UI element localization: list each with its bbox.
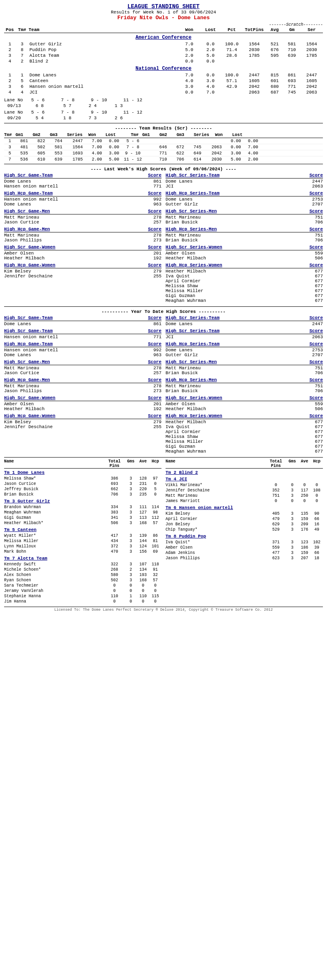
score-section-header: High Scr Series-MenScore — [166, 209, 323, 214]
score-section-header: High Scr Series-TeamScore — [166, 328, 323, 334]
score-entry: Dome Lanes2753 — [166, 197, 323, 202]
score-section-header: High Hcp Series-MenScore — [166, 377, 323, 383]
player-team-header: Tm 4 JCI — [166, 477, 323, 482]
score-entry: Melissa Shaw677 — [166, 284, 323, 288]
player-row: Lynn Mailloux3723124101 — [4, 544, 161, 549]
page-title: LEAGUE STANDING SHEET — [4, 3, 323, 10]
standings-row: 28Puddin Pop5.02.071.420306767102030 — [4, 47, 323, 53]
score-entry: Iva Quist677 — [166, 274, 323, 279]
score-section-header: High Hcp Series-WomenScore — [166, 413, 323, 419]
score-section-header: High Scr Series-WomenScore — [166, 395, 323, 401]
score-entry: Gigi Guzman677 — [166, 444, 323, 449]
player-row: Mark Bohn470315669 — [4, 549, 161, 554]
score-entry: JCI2063 — [166, 184, 323, 189]
score-section-header: High Hcp Series-TeamScore — [166, 191, 323, 196]
score-entry: Brian Busick706 — [166, 238, 323, 243]
players-right: NameTotalPinsGmsAveHcpTm 2 Blind 2Tm 4 J… — [166, 459, 323, 604]
score-section-header: High Hcp Game-TeamScore — [4, 342, 161, 347]
team-results-row: 186182276424477.000.005 - 60.000.00 — [4, 138, 323, 144]
results-for: Results for Week No. 1 of 33 09/06/2024 — [4, 10, 323, 15]
player-row: Stephanie Hanna1101110115 — [4, 594, 161, 599]
score-section: High Scr Game-WomenScoreAmber Olsen201He… — [4, 245, 161, 261]
score-section: High Scr Series-TeamScoreDome Lanes2447J… — [166, 173, 323, 189]
score-entry: Melissa Shaw677 — [166, 434, 323, 439]
player-team-header: Tm 5 Canteen — [4, 527, 161, 532]
player-row: Ryan Schoen502316857 — [4, 578, 161, 583]
score-entry: Melissa Miller677 — [166, 288, 323, 293]
score-entry: Dome Lanes963 — [4, 202, 161, 207]
player-team-header: Tm 3 Gutter Girlz — [4, 499, 161, 504]
page-header: LEAGUE STANDING SHEET Results for Week N… — [4, 3, 323, 21]
lane-row-2: Lane No 5 - 6 7 - 8 9 - 10 11 - 12 — [4, 110, 323, 115]
score-section-header: High Scr Game-TeamScore — [4, 315, 161, 321]
score-section: High Scr Series-MenScoreMatt Marineau751… — [166, 209, 323, 225]
score-entry: April Cormier677 — [166, 429, 323, 434]
lane-date-2: 09/20 5 4 1 8 7 3 2 6 — [4, 116, 323, 121]
lanes-section: Lane No 5 - 6 7 - 8 9 - 10 11 - 12 09/13… — [4, 98, 323, 121]
score-entry: Kim Belsey279 — [4, 420, 161, 424]
score-entry: Amber Olsen201 — [4, 402, 161, 406]
score-entry: Matt Marineau278 — [4, 215, 161, 220]
score-entry: Dome Lanes2447 — [166, 321, 323, 326]
team-results-row: 553560555316934.003.009 - 10771622649204… — [4, 150, 323, 156]
score-section-header: High Hcp Game-WomenScore — [4, 263, 161, 268]
player-row: Adam Jenkins477315966 — [166, 550, 323, 556]
last-week-title: ---- Last Week's High Scores (Week of 09… — [4, 167, 323, 172]
score-section: High Scr Series-MenScoreMatt Marineau751… — [166, 359, 323, 375]
score-section: High Scr Series-WomenScoreAmber Olsen559… — [166, 395, 323, 411]
score-section: High Scr Game-MenScoreMatt Marineau278Ja… — [4, 359, 161, 375]
player-row: Chip Tanguay*529317649 — [166, 527, 323, 532]
player-row: Jeffrey Busick66232205 — [4, 487, 161, 492]
player-row: Wyatt Miller*417313986 — [4, 533, 161, 538]
score-entry: Dome Lanes963 — [4, 353, 161, 357]
standings-row: 42Blind 20.00.0 — [4, 58, 323, 64]
score-section-header: High Scr Game-WomenScore — [4, 245, 161, 250]
score-entry: Brian Busick706 — [166, 371, 323, 375]
score-entry: Jennifer Deschaine255 — [4, 274, 161, 279]
player-row: Kim Belsey405313590 — [166, 511, 323, 516]
score-section-header: High Scr Game-TeamScore — [4, 173, 161, 179]
score-entry: Hansen onion martell771 — [4, 335, 161, 339]
score-section: High Hcp Game-MenScoreMatt Marineau278Ja… — [4, 377, 161, 393]
player-row: Kennedy Swift3223107118 — [4, 562, 161, 567]
score-section: High Hcp Game-TeamScoreHansen onion mart… — [4, 342, 161, 357]
score-section: High Hcp Game-WomenScoreKim Belsey279Jen… — [4, 263, 161, 279]
score-section: High Scr Game-WomenScoreAmber Olsen201He… — [4, 395, 161, 411]
score-entry: Melissa Miller677 — [166, 439, 323, 444]
lane-row-1: Lane No 5 - 6 7 - 8 9 - 10 11 - 12 — [4, 98, 323, 103]
score-entry: Gutter Girlz2707 — [166, 202, 323, 207]
score-entry: April Cormier677 — [166, 279, 323, 284]
player-row: Sara Techmeier0000 — [4, 583, 161, 588]
score-entry: Jason Phillips273 — [4, 238, 161, 243]
score-entry: Heather Milbach677 — [166, 420, 323, 424]
score-entry: Matt Marineau751 — [166, 215, 323, 220]
player-row: Matt Marineau75132500 — [166, 493, 323, 498]
score-entry: Matt Marineau278 — [4, 233, 161, 238]
standings-row: 13Gutter Girlz7.00.0100.015645215811564 — [4, 41, 323, 47]
score-entry: Dome Lanes2753 — [166, 348, 323, 353]
score-section: High Hcp Series-TeamScoreDome Lanes2753G… — [166, 191, 323, 207]
team-results-header: Tm#Gm1Gm2Gm3SeriesWonLost Tm#Gm1Gm2Gm3Se… — [4, 132, 323, 138]
score-entry: Matt Marineau751 — [166, 366, 323, 371]
player-row: Melissa Miller434314481 — [4, 538, 161, 544]
score-entry: Heather Milbach506 — [166, 256, 323, 261]
last-week-left: High Scr Game-TeamScoreDome Lanes861Hans… — [4, 173, 161, 305]
score-entry: Meaghan Wuhrman677 — [166, 449, 323, 454]
page-container: LEAGUE STANDING SHEET Results for Week N… — [0, 0, 327, 615]
player-row: Alex Schoen580319332 — [4, 572, 161, 578]
score-entry: Dome Lanes861 — [4, 321, 161, 326]
player-row: Gigi Guzman3413113112 — [4, 515, 161, 520]
score-entry: Gutter Girlz2707 — [166, 353, 323, 357]
player-row: Jennifer Deschaine3523117108 — [166, 488, 323, 493]
score-entry: Heather Milbach677 — [166, 269, 323, 274]
standings-row: 36Hansen onion martell3.04.042.920426807… — [4, 84, 323, 89]
player-team-header: Tm 8 Puddin Pop — [166, 534, 323, 539]
scratch-label: -------Scratch-------- — [4, 22, 323, 27]
team-results-table: Tm#Gm1Gm2Gm3SeriesWonLost Tm#Gm1Gm2Gm3Se… — [4, 132, 323, 163]
column-headers: Pos Tm# Team Won Lost Pct TotPins Avg Gm… — [4, 27, 323, 33]
footer: Licensed To: The Dome Lanes Perfect Secr… — [4, 607, 323, 612]
player-row: Meaghan Wuhrman383312798 — [4, 510, 161, 515]
score-section-header: High Scr Game-TeamScore — [4, 328, 161, 334]
player-col-headers: NameTotalPinsGmsAveHcp — [166, 459, 323, 469]
score-entry: Kim Belsey279 — [4, 269, 161, 274]
